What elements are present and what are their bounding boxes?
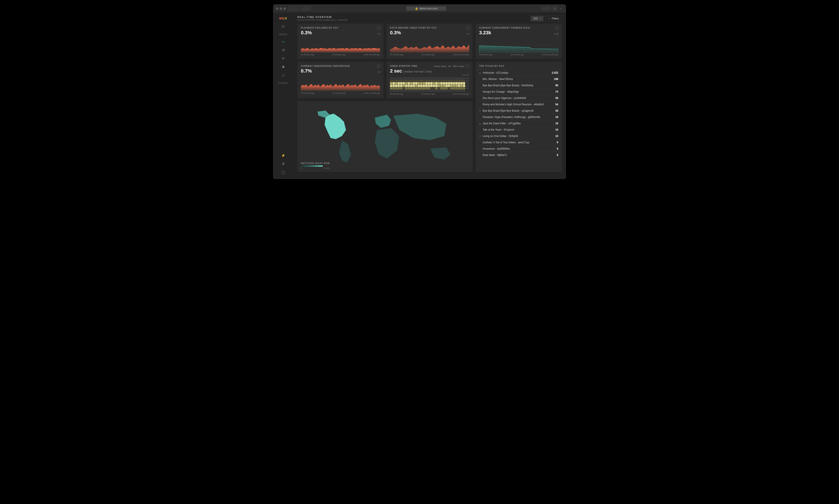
axis-label: 15 minutes ago (332, 92, 346, 94)
new-tab-icon[interactable]: + (559, 6, 563, 11)
heatmap-cell (418, 82, 420, 85)
title-row[interactable]: Talk of the Town - 97uijsrmr10 (476, 126, 562, 133)
sidebar-toggle-icon[interactable]: ▭ (301, 6, 306, 11)
heatmap-cell (418, 85, 420, 87)
heatmap-cell (450, 85, 453, 87)
titlebar: ‹ › ▭ ≡ 🔒 demo.mux.com ⟳ ⇪ ⧉ + (273, 5, 566, 13)
heatmap-cell (453, 90, 455, 92)
share-icon[interactable]: ⇪ (547, 6, 551, 11)
gear-icon[interactable]: ⚙ (281, 162, 286, 166)
close-dot[interactable] (276, 7, 278, 10)
heatmap-cell (393, 90, 395, 92)
heatmap-cell (390, 85, 392, 87)
title-name: Jack the Giant Killer - z87yg00kc (483, 122, 554, 125)
title-row[interactable]: Innocence - dub5f58hw9 (476, 145, 562, 152)
heatmap-cell (425, 87, 428, 90)
heatmap-cell (433, 82, 435, 85)
heatmap-cell (458, 82, 460, 85)
filters-button[interactable]: ▿ Filters (546, 16, 562, 21)
card-value: 3.23k (479, 30, 558, 36)
title-row[interactable]: ▼Living on One Dollar - r5rfiqfs510 (476, 133, 562, 139)
tabs-icon[interactable]: ⧉ (553, 6, 557, 11)
axis-label: 29 minutes ago (390, 93, 404, 95)
map-region-africa[interactable] (375, 128, 399, 159)
heatmap-cell (415, 77, 417, 79)
title-row[interactable]: Des fleurs pour Algernon - p1efs84e556 (476, 95, 562, 101)
info-icon[interactable]: i (377, 65, 380, 68)
info-icon[interactable]: i (555, 26, 559, 30)
map-region-south-america[interactable] (339, 140, 351, 163)
heatmap-cell (415, 87, 417, 90)
heatmap-cell (430, 82, 433, 85)
title-count: 54 (555, 103, 558, 106)
world-map[interactable] (300, 103, 470, 169)
eye-icon[interactable]: ◉ (281, 65, 286, 69)
title-row[interactable]: Paradise: Hope (Paradies: Hoffnung) - g8… (476, 114, 562, 120)
zoom-dot[interactable] (283, 7, 286, 10)
heatmap-cell (400, 80, 403, 82)
info-icon[interactable]: i (466, 26, 469, 30)
back-button[interactable]: ‹ (288, 6, 293, 11)
minimize-dot[interactable] (280, 7, 282, 10)
alert-icon[interactable]: ⊝ (281, 56, 286, 60)
heatmap-cell (390, 87, 392, 90)
heatmap-cell (450, 82, 453, 85)
title-row[interactable]: Bye Bye Brazil (Bye Bye Brasil) - 9roh5o… (476, 82, 562, 89)
title-row[interactable]: Romy and Michele's High School Reunion -… (476, 101, 562, 107)
title-row[interactable]: Hungry for Change - 49ap3i4gr74 (476, 89, 562, 95)
url-bar[interactable]: 🔒 demo.mux.com (406, 6, 446, 11)
heatmap-cell (443, 80, 445, 82)
reload-icon[interactable]: ⟳ (542, 6, 547, 10)
heatmap-cell (410, 87, 412, 90)
heatmap-cell (400, 82, 403, 85)
info-icon[interactable]: i (466, 65, 469, 68)
title-count: 36 (555, 109, 558, 112)
bolt-icon[interactable]: ⚡ (281, 154, 286, 158)
title-row[interactable]: Garfield: A Tail of Two Kitties - aertc7… (476, 139, 562, 145)
sidebar-section-data: /DATA (279, 33, 287, 36)
heatmap-cell (395, 90, 397, 92)
heatmap-cell (400, 85, 403, 87)
pulse-icon[interactable]: ⁓ (281, 39, 286, 44)
logo[interactable]: MUX (279, 17, 287, 20)
heatmap-cell (395, 77, 397, 79)
title-row[interactable]: ▲Jack the Giant Killer - z87yg00kc16 (476, 120, 562, 126)
title-row[interactable]: Real Steel - 5fjlf0a718 (476, 152, 562, 158)
heatmap-cell (445, 87, 448, 90)
map-region-oceania[interactable] (430, 147, 450, 160)
active-filter-pill[interactable]: iOS × (531, 16, 543, 21)
heatmap-cell (448, 80, 450, 82)
title-row[interactable]: Mrs. Miniver - 9ww7581kx188 (476, 76, 562, 82)
y-max: 2% (378, 71, 380, 73)
axis-label: a few seconds ago (453, 93, 469, 95)
reader-icon[interactable]: ≡ (306, 6, 311, 10)
heatmap-cell (428, 82, 430, 85)
heatmap-cell (413, 77, 415, 79)
heatmap-cell (418, 77, 420, 79)
clock-icon[interactable]: ◔ (281, 48, 286, 52)
page-subtitle: As of 6:42:24 PM | Charts update every ~… (297, 19, 347, 21)
axis-label: 30 minutes ago (390, 54, 404, 56)
heatmap-cell (405, 77, 408, 79)
map-region-asia[interactable] (393, 113, 447, 140)
map-region-north-america[interactable] (324, 113, 346, 139)
heatmap-cell (405, 80, 408, 82)
y-max: 1% (378, 33, 380, 35)
heatmap-cell (390, 77, 392, 79)
close-icon[interactable]: × (539, 17, 541, 20)
info-icon[interactable]: i (377, 26, 380, 30)
forward-button[interactable]: › (294, 6, 299, 11)
bell-icon[interactable]: △ (281, 73, 286, 77)
title-row[interactable]: ▼Bye Bye Brazil (Bye Bye Brasil) - xj2ag… (476, 107, 562, 114)
heatmap-cell (463, 87, 465, 90)
folder-icon[interactable]: 🗀 (281, 24, 286, 29)
heatmap-cell (435, 77, 438, 79)
user-icon[interactable]: ◯ (281, 170, 286, 174)
page-title: REAL-TIME OVERVIEW (297, 16, 347, 18)
title-name: Bye Bye Brazil (Bye Bye Brasil) - xj2agk… (483, 109, 554, 112)
heatmap-cell (395, 82, 397, 85)
heatmap-cell (393, 82, 395, 85)
title-row[interactable]: ▲Antisocial - cf21zobqu2,422 (476, 70, 562, 76)
heatmap-cell (443, 90, 445, 92)
map-region-europe[interactable] (375, 115, 391, 128)
